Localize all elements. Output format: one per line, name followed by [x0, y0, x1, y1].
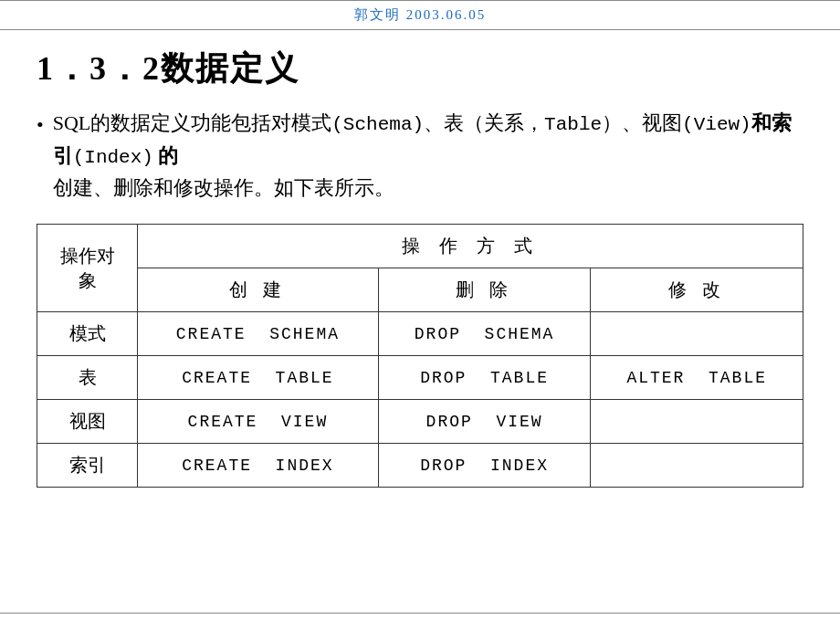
table-header-row-2: 创 建 删 除 修 改: [37, 268, 803, 312]
top-bar: 郭文明 2003.06.05: [0, 0, 840, 29]
table-row: 视图 CREATE VIEW DROP VIEW: [37, 400, 803, 444]
bullet-text: SQL的数据定义功能包括对模式(Schema)、表（关系，Table）、视图(V…: [53, 108, 803, 204]
author-label: 郭文明 2003.06.05: [354, 7, 486, 22]
bullet-dot: •: [37, 110, 44, 141]
index-drop: DROP INDEX: [378, 444, 591, 488]
view-create: CREATE VIEW: [138, 400, 379, 444]
op-header-cell: 操 作 方 式: [138, 225, 803, 268]
table-row: 表 CREATE TABLE DROP TABLE ALTER TABLE: [37, 356, 803, 400]
view-drop: DROP VIEW: [378, 400, 591, 444]
row-label-schema: 模式: [37, 312, 138, 356]
drop-header: 删 除: [378, 268, 591, 312]
alter-header: 修 改: [591, 268, 803, 312]
schema-drop: DROP SCHEMA: [378, 312, 591, 356]
page-title: 1．3．2数据定义: [37, 47, 803, 91]
schema-alter: [591, 312, 803, 356]
table-header-row-1: 操作对象 操 作 方 式: [37, 225, 803, 268]
table-row: 索引 CREATE INDEX DROP INDEX: [37, 444, 803, 488]
main-content: 1．3．2数据定义 • SQL的数据定义功能包括对模式(Schema)、表（关系…: [0, 30, 840, 504]
table-drop: DROP TABLE: [378, 356, 591, 400]
view-alter: [591, 400, 803, 444]
bottom-separator: [0, 613, 840, 614]
index-alter: [591, 444, 803, 488]
table-create: CREATE TABLE: [138, 356, 379, 400]
table-alter: ALTER TABLE: [591, 356, 803, 400]
index-create: CREATE INDEX: [138, 444, 379, 488]
table-row: 模式 CREATE SCHEMA DROP SCHEMA: [37, 312, 803, 356]
schema-create: CREATE SCHEMA: [138, 312, 379, 356]
row-label-view: 视图: [37, 400, 138, 444]
bullet-section: • SQL的数据定义功能包括对模式(Schema)、表（关系，Table）、视图…: [37, 108, 803, 204]
operations-table: 操作对象 操 作 方 式 创 建 删 除 修 改 模式 CREATE SCHEM…: [37, 224, 803, 488]
row-label-table: 表: [37, 356, 138, 400]
row-header-cell: 操作对象: [37, 225, 138, 312]
bullet-item: • SQL的数据定义功能包括对模式(Schema)、表（关系，Table）、视图…: [37, 108, 803, 204]
create-header: 创 建: [138, 268, 379, 312]
row-label-index: 索引: [37, 444, 138, 488]
